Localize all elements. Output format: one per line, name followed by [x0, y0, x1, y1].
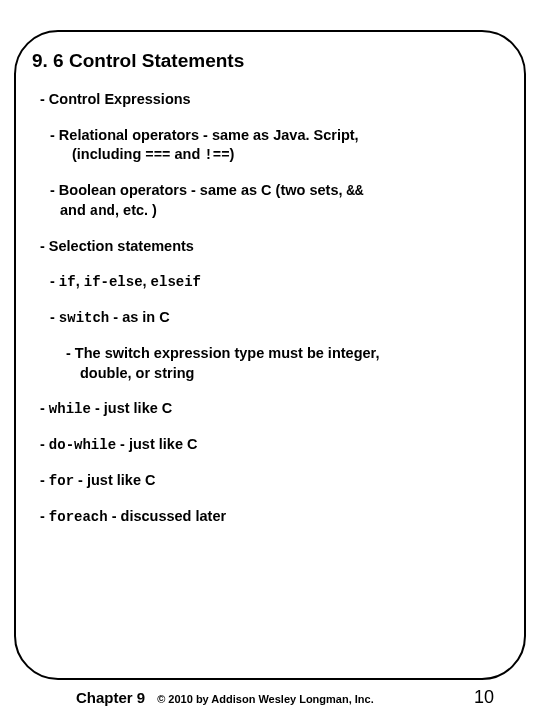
bullet-relational: - Relational operators - same as Java. S…: [36, 126, 504, 165]
bullet-switch-note: - The switch expression type must be int…: [36, 344, 504, 383]
text: - just like C: [74, 472, 155, 488]
text: and: [60, 202, 90, 218]
page-number: 10: [474, 687, 494, 708]
code-elseif: elseif: [151, 274, 201, 290]
dash: -: [40, 472, 49, 488]
code-and-word: and: [90, 203, 115, 219]
code-dowhile: do-while: [49, 437, 116, 453]
text: - just like C: [91, 400, 172, 416]
bullet-if: - if, if-else, elseif: [50, 272, 504, 292]
dash: -: [40, 508, 49, 524]
text: ): [230, 146, 235, 162]
bullet-foreach: - foreach - discussed later: [40, 507, 504, 527]
code-foreach: foreach: [49, 509, 108, 525]
sep: ,: [143, 273, 151, 289]
text: - just like C: [116, 436, 197, 452]
text: (including: [72, 146, 145, 162]
bullet-while: - while - just like C: [40, 399, 504, 419]
text: double, or string: [80, 365, 194, 381]
code-switch: switch: [59, 310, 109, 326]
code-for: for: [49, 473, 74, 489]
bullet-dowhile: - do-while - just like C: [40, 435, 504, 455]
code-andand: &&: [347, 183, 364, 199]
heading-selection: - Selection statements: [40, 237, 504, 257]
text: and: [171, 146, 205, 162]
dash: -: [50, 273, 59, 289]
slide-title: 9. 6 Control Statements: [32, 50, 504, 72]
copyright: © 2010 by Addison Wesley Longman, Inc.: [157, 693, 374, 705]
text: - Relational operators - same as Java. S…: [50, 127, 359, 143]
bullet-boolean: - Boolean operators - same as C (two set…: [36, 181, 504, 221]
code-if: if: [59, 274, 76, 290]
dash: -: [50, 309, 59, 325]
dash: -: [40, 436, 49, 452]
text: - Boolean operators - same as C (two set…: [50, 182, 347, 198]
dash: -: [40, 400, 49, 416]
code-neqeq: !==: [204, 147, 229, 163]
code-ifelse: if-else: [84, 274, 143, 290]
bullet-switch: - switch - as in C: [50, 308, 504, 328]
code-eqeqeq: ===: [145, 147, 170, 163]
text: - discussed later: [108, 508, 226, 524]
footer: Chapter 9 © 2010 by Addison Wesley Longm…: [0, 687, 540, 708]
heading-control-expressions: - Control Expressions: [40, 90, 504, 110]
code-while: while: [49, 401, 91, 417]
chapter-label: Chapter 9: [76, 689, 145, 706]
text: , etc. ): [115, 202, 157, 218]
text: - The switch expression type must be int…: [66, 345, 379, 361]
bullet-for: - for - just like C: [40, 471, 504, 491]
text: - as in C: [109, 309, 169, 325]
slide-frame: 9. 6 Control Statements - Control Expres…: [14, 30, 526, 680]
sep: ,: [76, 273, 84, 289]
